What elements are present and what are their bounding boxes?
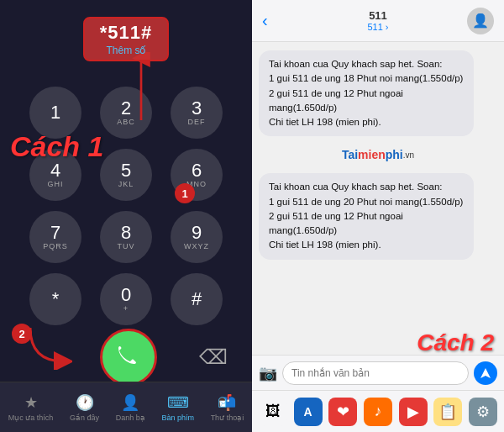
dock-appstore-icon[interactable]: A <box>294 398 323 426</box>
messages-header: ‹ 511 511 › 👤 <box>252 0 504 42</box>
messages-panel: ‹ 511 511 › 👤 Tai khoan cua Quy khach sa… <box>252 0 504 432</box>
logo-text: Tai <box>342 148 358 161</box>
logo-vn: .vn <box>403 150 414 160</box>
messages-body: Tai khoan cua Quy khach sap het. Soan: 1… <box>252 42 504 355</box>
nav-item-keypad[interactable]: ⌨ Bàn phím <box>161 393 194 422</box>
dock-settings-icon[interactable]: ⚙ <box>469 398 497 426</box>
message-bubble-1: Tai khoan cua Quy khach sap het. Soan: 1… <box>259 50 474 136</box>
nav-item-recent[interactable]: 🕐 Gần đây <box>70 393 99 422</box>
logo-text2: mien <box>358 148 386 161</box>
clock-icon: 🕐 <box>76 393 94 412</box>
avatar: 👤 <box>467 8 494 34</box>
contact-info: 511 511 › <box>367 9 388 32</box>
step1-badge: 1 <box>175 183 195 203</box>
cach2-label: Cách 2 <box>417 329 494 356</box>
dial-btn-0[interactable]: 0+ <box>100 273 152 325</box>
dock-photos-icon[interactable]: 🖼 <box>259 398 287 426</box>
dock-music-icon[interactable]: ♪ <box>364 398 392 426</box>
dial-btn-star[interactable]: * <box>29 273 81 325</box>
bottom-nav-bar: ★ Mục ưa thích 🕐 Gần đây 👤 Danh bạ ⌨ Bàn… <box>0 382 252 432</box>
dock-heart-icon[interactable]: ❤ <box>328 398 357 426</box>
send-button[interactable] <box>474 361 497 385</box>
logo-text3: phi <box>386 148 403 161</box>
message-input[interactable] <box>282 361 469 385</box>
back-button[interactable]: ‹ <box>262 11 268 30</box>
dialer-display: *511# Thêm số <box>83 17 170 61</box>
dial-btn-7[interactable]: 7PQRS <box>29 211 81 263</box>
dialer-number-text: *511# <box>100 22 153 44</box>
cach1-label: Cách 1 <box>10 130 104 163</box>
keypad-icon: ⌨ <box>167 393 189 412</box>
person-icon: 👤 <box>121 393 139 412</box>
dock-youtube-icon[interactable]: ▶ <box>399 398 428 426</box>
message-bubble-2: Tai khoan cua Quy khach sap het. Soan: 1… <box>259 173 474 259</box>
message-input-row: 📷 <box>252 355 504 390</box>
nav-item-favorites[interactable]: ★ Mục ưa thích <box>8 393 54 422</box>
star-icon: ★ <box>24 393 38 412</box>
dock-notes-icon[interactable]: 📋 <box>433 398 462 426</box>
voicemail-icon: 📬 <box>218 393 236 412</box>
dial-btn-3[interactable]: 3DEF <box>171 87 223 139</box>
dial-btn-5[interactable]: 5JKL <box>100 149 152 201</box>
phone-dialer-panel: *511# Thêm số Cách 1 1 1 2ABC 3DEF 4GHI … <box>0 0 252 432</box>
call-button[interactable] <box>100 329 157 386</box>
step2-badge: 2 <box>12 324 32 344</box>
dial-btn-9[interactable]: 9WXYZ <box>171 211 223 263</box>
nav-item-voicemail[interactable]: 📬 Thư thoại <box>211 393 244 422</box>
camera-icon[interactable]: 📷 <box>259 364 277 382</box>
contact-detail[interactable]: 511 › <box>367 22 388 32</box>
dial-btn-8[interactable]: 8TUV <box>100 211 152 263</box>
nav-item-contacts[interactable]: 👤 Danh bạ <box>116 393 145 422</box>
taimienphi-logo: Tai mien phi .vn <box>259 148 497 161</box>
delete-icon[interactable]: ⌫ <box>199 345 228 369</box>
contact-name: 511 <box>369 9 387 22</box>
dialer-add-label: Thêm số <box>100 45 153 56</box>
bottom-dock: 🖼 A ❤ ♪ ▶ 📋 ⚙ <box>252 390 504 432</box>
dial-btn-hash[interactable]: # <box>171 273 223 325</box>
